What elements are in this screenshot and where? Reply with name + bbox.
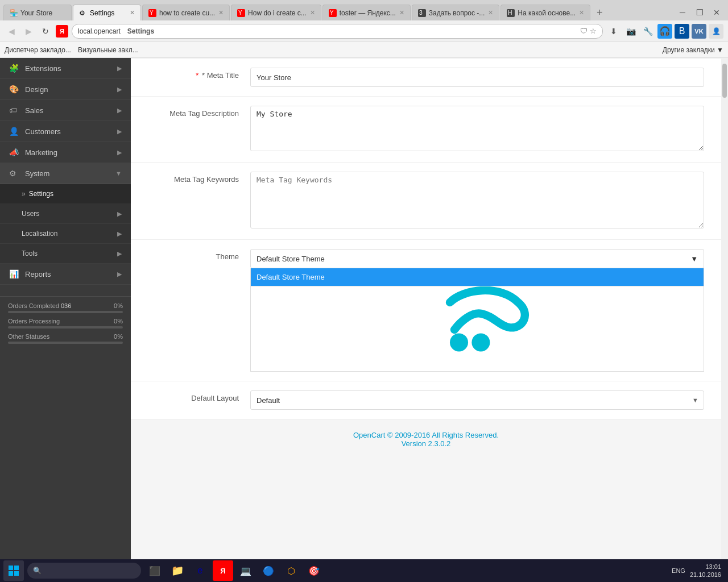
sidebar-item-design[interactable]: 🎨 Design ▶ <box>0 79 131 100</box>
tab-close-3[interactable]: ✕ <box>215 9 224 16</box>
tools-arrow: ▶ <box>117 250 122 257</box>
theme-option-default[interactable]: Default Store Theme <box>251 268 704 286</box>
meta-keywords-field <box>250 172 704 230</box>
scrollbar[interactable] <box>721 58 728 582</box>
svg-rect-3 <box>14 566 19 570</box>
sidebar-item-tools[interactable]: Tools ▶ <box>0 244 131 264</box>
close-button[interactable]: ✕ <box>709 5 725 20</box>
sidebar-item-marketing[interactable]: 📣 Marketing ▶ <box>0 142 131 163</box>
sidebar-item-localisation[interactable]: Localisation ▶ <box>0 224 131 244</box>
restore-button[interactable]: ❒ <box>692 5 708 20</box>
footer-version: Version 2.3.0.2 <box>142 439 710 448</box>
tab-settings[interactable]: ⚙ Settings ✕ <box>73 5 141 20</box>
bookmark-1[interactable]: Диспетчер закладо... <box>5 46 71 54</box>
vk-icon[interactable]: VK <box>692 24 706 39</box>
taskbar-date-value: 21.10.2016 <box>690 571 721 579</box>
taskbar-ie[interactable]: e <box>190 560 210 581</box>
sidebar-item-system[interactable]: ⚙ System ▼ <box>0 163 131 184</box>
bookmarks-other[interactable]: Другие закладки ▼ <box>663 46 723 54</box>
star-icon[interactable]: ☆ <box>590 27 597 35</box>
meta-title-input[interactable] <box>250 68 704 87</box>
tab-how-do-i[interactable]: Y How do i create c... ✕ <box>231 5 321 20</box>
download-icon[interactable]: ⬇ <box>606 24 621 39</box>
headset-icon[interactable]: 🎧 <box>657 24 672 39</box>
url-bar[interactable]: local.opencart Settings 🛡 ☆ <box>72 24 603 39</box>
tab-label-3: how to create cu... <box>159 9 215 17</box>
sidebar-label-settings: Settings <box>29 190 53 198</box>
new-tab-button[interactable]: + <box>592 5 607 20</box>
sidebar-item-settings[interactable]: Settings <box>0 184 131 204</box>
meta-title-label-text: * Meta Title <box>202 71 239 80</box>
orders-completed-bar <box>8 311 123 313</box>
stats-panel: Orders Completed 036 0% Orders Processin… <box>0 296 131 354</box>
taskbar-yandex[interactable]: Я <box>213 560 233 581</box>
sidebar-label-marketing: Marketing <box>25 148 57 157</box>
required-star: * <box>196 71 198 80</box>
sidebar-item-sales[interactable]: 🏷 Sales ▶ <box>0 100 131 121</box>
orders-processing-stat: Orders Processing 0% <box>8 318 123 329</box>
opencart-link[interactable]: OpenCart <box>353 431 385 439</box>
bookmarks-bar: Диспетчер закладо... Визуальные закл... … <box>0 42 728 58</box>
sidebar-item-customers[interactable]: 👤 Customers ▶ <box>0 121 131 142</box>
tab-favicon-7: Н <box>507 9 515 17</box>
sidebar-item-reports[interactable]: 📊 Reports ▶ <box>0 264 131 285</box>
tab-label-5: toster — Яндекс... <box>340 9 396 17</box>
screenshot-icon[interactable]: 📷 <box>623 24 638 39</box>
orders-processing-bar <box>8 326 123 329</box>
customers-icon: 👤 <box>9 127 20 136</box>
tab-close-2[interactable]: ✕ <box>126 9 135 16</box>
meta-title-field <box>250 68 704 87</box>
tab-close-5[interactable]: ✕ <box>396 9 404 16</box>
content-wrap: * * Meta Title Meta Tag Description My S… <box>131 58 728 582</box>
scroll-thumb[interactable] <box>722 64 727 98</box>
footer-line1: OpenCart © 2009-2016 All Rights Reserved… <box>142 431 710 439</box>
tab-zadati[interactable]: З Задать вопрос -... ✕ <box>412 5 500 20</box>
profile-icon[interactable]: 👤 <box>709 24 723 39</box>
orders-processing-label: Orders Processing <box>8 318 60 325</box>
default-layout-select[interactable]: Default <box>250 390 704 410</box>
theme-field: Default Store Theme ▼ Default Store Them… <box>250 249 704 372</box>
marketing-icon: 📣 <box>9 148 20 157</box>
meta-keywords-textarea[interactable] <box>250 172 704 228</box>
tab-close-7[interactable]: ✕ <box>576 9 584 16</box>
content-area: * * Meta Title Meta Tag Description My S… <box>131 58 721 582</box>
taskbar-app5[interactable]: 🔵 <box>258 560 279 581</box>
tab-how-to-create[interactable]: Y how to create cu... ✕ <box>142 5 230 20</box>
tab-close-6[interactable]: ✕ <box>485 9 493 16</box>
taskbar-search[interactable]: 🔍 <box>27 563 141 579</box>
meta-desc-textarea[interactable]: My Store <box>250 106 704 151</box>
default-layout-select-wrap: Default ▼ <box>250 390 704 410</box>
start-button[interactable] <box>3 560 24 581</box>
windows-logo <box>8 565 19 576</box>
other-statuses-label: Other Statuses <box>8 333 49 340</box>
reload-button[interactable]: ↻ <box>39 24 52 38</box>
shield-icon[interactable]: 🛡 <box>580 27 588 35</box>
taskbar-ide[interactable]: 💻 <box>235 560 256 581</box>
tab-na-kakoi[interactable]: Н На какой основе... ✕ <box>500 5 590 20</box>
sidebar-item-users[interactable]: Users ▶ <box>0 204 131 224</box>
back-button[interactable]: ◀ <box>5 24 18 38</box>
taskbar-app7[interactable]: 🎯 <box>304 560 324 581</box>
extension-icon[interactable]: 🔧 <box>640 24 655 39</box>
tab-label-1: Your Store <box>20 9 52 17</box>
url-icons: 🛡 ☆ <box>580 27 597 35</box>
theme-dropdown-selected[interactable]: Default Store Theme ▼ <box>250 249 704 268</box>
forward-button[interactable]: ▶ <box>22 24 35 38</box>
design-icon: 🎨 <box>9 85 20 94</box>
tab-label-4: How do i create c... <box>248 9 307 17</box>
minimize-button[interactable]: ─ <box>675 5 690 20</box>
url-path: Settings <box>127 27 154 35</box>
taskbar-app6[interactable]: ⬡ <box>281 560 301 581</box>
tab-favicon-5: Y <box>329 9 337 17</box>
taskbar-task-view[interactable]: ⬛ <box>144 560 165 581</box>
orders-completed-value: 0% <box>114 302 123 309</box>
tab-your-store[interactable]: 🏪 Your Store <box>3 5 72 20</box>
taskbar-lang: ENG <box>672 567 685 574</box>
bookmark-2[interactable]: Визуальные закл... <box>78 46 138 54</box>
taskbar-folder[interactable]: 📁 <box>167 560 188 581</box>
tab-close-4[interactable]: ✕ <box>307 9 315 16</box>
sidebar-item-extensions[interactable]: 🧩 Extensions ▶ <box>0 58 131 79</box>
b-icon[interactable]: B <box>675 24 689 39</box>
system-arrow: ▼ <box>115 170 122 177</box>
tab-toster[interactable]: Y toster — Яндекс... ✕ <box>322 5 411 20</box>
